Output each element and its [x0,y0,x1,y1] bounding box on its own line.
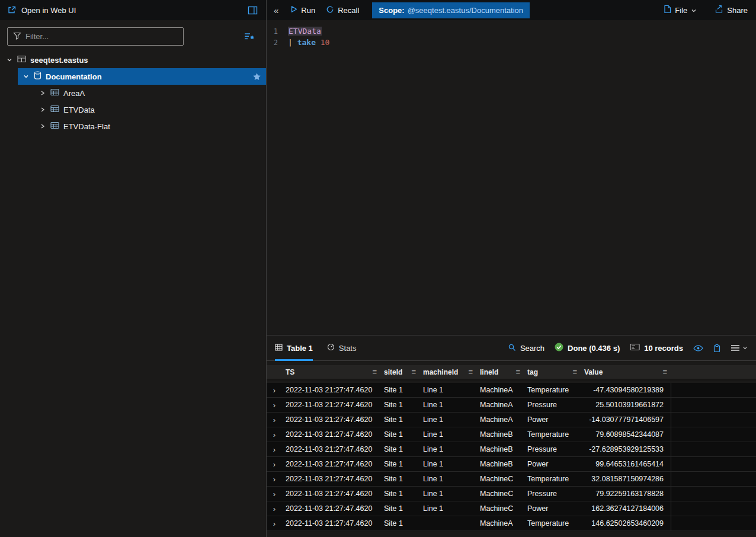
results-table-body: ›2022-11-03 21:27:47.4620Site 1Line 1Mac… [267,383,756,531]
row-expand-chevron-icon[interactable]: › [267,519,282,528]
results-table-header: TS ≡ siteId ≡ machineId ≡ lineId ≡ [267,365,756,381]
cell-ts: 2022-11-03 21:27:47.4620 [282,430,380,439]
status-done: Done (0.436 s) [555,343,620,353]
row-expand-chevron-icon[interactable]: › [267,386,282,395]
favorite-star-icon[interactable] [252,72,261,81]
open-in-webui-label: Open in Web UI [21,6,76,15]
tree-item-table[interactable]: ETVData [0,101,266,118]
cell-value: 162.36274127184006 [581,504,671,513]
cell-machineid: Line 1 [419,415,476,424]
run-button[interactable]: Run [288,5,318,15]
filter-input[interactable] [25,32,178,41]
row-expand-chevron-icon[interactable]: › [267,445,282,454]
cell-siteid: Site 1 [380,415,419,424]
cell-ts: 2022-11-03 21:27:47.4620 [282,415,380,424]
cell-machineid: Line 1 [419,445,476,453]
cell-lineid: MachineB [476,460,524,468]
column-menu-icon[interactable]: ≡ [468,367,473,376]
column-header-siteid[interactable]: siteId ≡ [380,365,419,379]
cell-lineid: MachineB [476,430,524,439]
column-header-ts[interactable]: TS ≡ [282,365,380,379]
cell-ts: 2022-11-03 21:27:47.4620 [282,401,380,409]
split-panel-icon[interactable] [248,6,258,15]
row-filler [671,413,756,427]
sidebar-topbar: Open in Web UI [0,0,266,20]
cell-machineid: Line 1 [419,490,476,498]
toolbar-right: File Share [661,5,750,15]
cell-ts: 2022-11-03 21:27:47.4620 [282,475,380,483]
table-label: ETVData [63,106,95,114]
table-row: ›2022-11-03 21:27:47.4620Site 1MachineAT… [267,516,756,531]
row-expand-chevron-icon[interactable]: › [267,490,282,498]
record-count-label: 10 records [644,344,683,353]
table-row: ›2022-11-03 21:27:47.4620Site 1Line 1Mac… [267,383,756,398]
cell-lineid: MachineC [476,490,524,498]
row-filler [671,427,756,442]
recall-icon [326,5,334,15]
chevron-right-icon[interactable] [39,123,46,129]
table-row: ›2022-11-03 21:27:47.4620Site 1Line 1Mac… [267,413,756,427]
favorites-filter-icon[interactable] [244,32,255,41]
column-header-machineid[interactable]: machineId ≡ [419,365,476,379]
cell-value: 146.62502653460209 [581,519,671,528]
tab-table1[interactable]: Table 1 [275,335,313,360]
row-expand-chevron-icon[interactable]: › [267,415,282,424]
collapse-sidebar-button[interactable]: « [274,5,278,15]
table-grid-icon [275,344,283,353]
row-expand-chevron-icon[interactable]: › [267,504,282,513]
open-in-webui-button[interactable]: Open in Web UI [7,5,76,15]
file-menu-button[interactable]: File [661,5,699,15]
eye-icon[interactable] [693,344,703,352]
tree-item-table[interactable]: AreaA [0,85,266,101]
cell-ts: 2022-11-03 21:27:47.4620 [282,386,380,394]
column-menu-icon[interactable]: ≡ [515,367,520,376]
row-filler [671,457,756,471]
cell-tag: Power [524,415,581,424]
view-options-menu[interactable] [731,344,748,351]
code-token-number: 10 [321,38,330,47]
scope-selector[interactable]: Scope: @seeqtest.eastus/Documentation [372,2,530,18]
table-icon [50,122,59,131]
cluster-label: seeqtest.eastus [30,56,88,65]
row-expand-chevron-icon[interactable]: › [267,475,282,484]
chevron-right-icon[interactable] [39,90,46,96]
chevron-down-icon [691,6,697,15]
cell-lineid: MachineA [476,519,524,528]
query-toolbar: « Run Recall Scope: @seeqtest.eastus/Doc… [267,0,756,20]
clipboard-icon[interactable] [713,344,720,353]
chevron-down-icon[interactable] [6,57,13,63]
column-header-value[interactable]: Value ≡ [581,365,671,379]
chevron-down-icon[interactable] [23,73,30,79]
column-header-tag[interactable]: tag ≡ [524,365,581,379]
app-root: Open in Web UI [0,0,756,537]
tree-item-cluster[interactable]: seeqtest.eastus [0,52,266,68]
recall-button[interactable]: Recall [323,5,361,15]
column-label: machineId [423,368,458,376]
tree-item-database-selected[interactable]: Documentation [18,68,266,85]
results-panel: Table 1 Stats Search [267,335,756,537]
row-expand-chevron-icon[interactable]: › [267,401,282,410]
search-button[interactable]: Search [508,343,544,353]
column-menu-icon[interactable]: ≡ [372,367,377,376]
cell-value: 79.92259163178828 [581,490,671,498]
cell-machineid: Line 1 [419,401,476,409]
cell-ts: 2022-11-03 21:27:47.4620 [282,445,380,453]
column-menu-icon[interactable]: ≡ [411,367,416,376]
column-header-lineid[interactable]: lineId ≡ [476,365,524,379]
query-editor[interactable]: 1 ETVData 2 | take 10 [267,20,756,335]
run-icon [290,5,297,15]
column-menu-icon[interactable]: ≡ [662,367,667,376]
tree-item-table[interactable]: ETVData-Flat [0,118,266,135]
chevron-right-icon[interactable] [39,107,46,113]
external-link-icon [7,5,17,15]
search-label: Search [520,344,544,353]
tab-stats[interactable]: Stats [327,335,357,360]
file-icon [664,5,671,15]
row-expand-chevron-icon[interactable]: › [267,430,282,439]
column-menu-icon[interactable]: ≡ [572,367,577,376]
share-menu-button[interactable]: Share [712,5,750,15]
cell-lineid: MachineA [476,415,524,424]
row-expand-chevron-icon[interactable]: › [267,460,282,469]
cell-machineid: Line 1 [419,504,476,513]
cell-tag: Temperature [524,430,581,439]
